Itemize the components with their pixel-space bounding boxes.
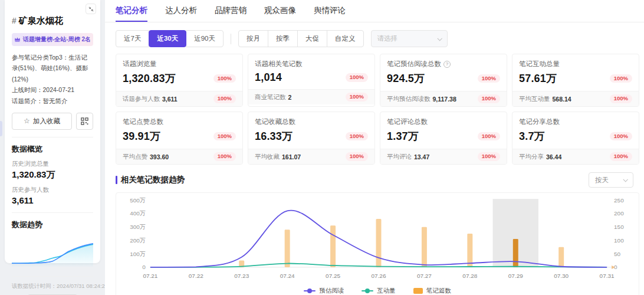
svg-text:07.23: 07.23 [234,273,249,279]
svg-text:500万: 500万 [130,197,146,204]
filter-select[interactable]: 请选择 [371,30,448,47]
period-promo-button[interactable]: 大促 [297,30,327,47]
trend-badge: 100% [346,93,368,101]
stat-card-value: 16.33万 [255,129,293,143]
crown-icon [14,37,21,42]
legend-label: 预估阅读 [319,287,344,295]
stat-card-value: 57.61万 [519,71,557,86]
trend-badge: 100% [610,94,632,103]
date-range-segment: 近7天近30天近90天 [116,30,224,47]
note-count-bar [513,239,518,267]
svg-text:07.29: 07.29 [508,273,523,279]
trend-chart[interactable]: 0100万200万300万400万500万05010015020025007.2… [119,195,636,284]
svg-text:100万: 100万 [130,251,146,257]
trend-chart-header: 相关笔记数据趋势 按天 [116,172,633,188]
stat-card-title: 话题相关笔记数 [255,60,303,68]
add-favorite-label: 加入收藏 [33,117,60,126]
stat-card: 笔记点赞总数39.91万100%平均点赞393.60100% [116,112,243,165]
filter-select-value: 请选择 [377,34,398,43]
overview-section-title: 数据概览 [12,144,93,155]
tab-note-analysis[interactable]: 笔记分析 [116,0,147,22]
divider [12,212,93,213]
star-icon: ☆ [24,117,30,125]
tab-brand-marketing[interactable]: 品牌营销 [215,0,247,22]
note-count-bar [558,247,564,267]
stat-card-title: 笔记评论总数 [387,117,428,126]
svg-text:07.30: 07.30 [554,273,569,279]
stat-card: 笔记互动总量57.61万100%平均互动量568.14100% [512,54,639,107]
legend-label: 笔记篇数 [426,287,451,295]
svg-text:07.24: 07.24 [280,273,295,279]
divider [12,137,93,137]
note-count-bar [467,234,472,267]
trend-badge: 100% [346,132,368,140]
trend-badge: 100% [478,152,500,160]
stat-sub-value: 3,611 [162,96,178,103]
svg-text:07.28: 07.28 [462,273,477,279]
period-quarter-button[interactable]: 按季 [268,30,298,47]
period-segment: 按月按季大促自定义 [238,30,364,47]
legend-note-count[interactable]: 笔记篇数 [413,287,451,295]
stat-sub-label: 平均互动量 [519,95,550,103]
topic-description: 话题简介：暂无简介 [12,96,93,106]
stat-card-value: 1,014 [255,71,282,84]
range-90d-button[interactable]: 近90天 [186,30,224,47]
tab-sentiment-comments[interactable]: 舆情评论 [314,0,346,22]
stat-card: 笔记分享总数3.7万100%平均分享36.44100% [512,112,639,165]
qr-code-button[interactable] [76,113,93,130]
stat-sub-value: 13.47 [414,153,429,160]
sparkline-chart [12,235,93,269]
trend-badge: 100% [213,74,236,83]
legend-label: 互动量 [377,287,396,295]
note-count-bar [422,227,427,267]
stat-card: 笔记收藏总数16.33万100%平均收藏161.07100% [248,112,375,165]
stat-sub-label: 平均点赞 [123,153,147,161]
bar-marker-icon [413,288,423,294]
svg-text:07.31: 07.31 [600,273,615,279]
trend-badge: 100% [213,94,236,103]
range-30d-button[interactable]: 近30天 [149,30,186,47]
tab-influencer-analysis[interactable]: 达人分析 [165,0,197,22]
svg-text:300万: 300万 [130,224,146,230]
trend-badge: 100% [346,152,368,160]
tab-audience-profile[interactable]: 观众画像 [264,0,296,22]
rank-badge[interactable]: 话题增量榜-全站-周榜 2名 [12,33,93,46]
legend-interactions[interactable]: 互动量 [362,287,396,295]
trend-badge: 100% [478,74,500,83]
add-favorite-button[interactable]: ☆ 加入收藏 [12,113,72,130]
stat-card-title: 笔记互动总量 [519,60,560,68]
topic-title: # 矿泉水烟花 [12,15,93,27]
line-marker-icon [362,290,373,291]
svg-text:200: 200 [614,210,624,217]
period-custom-button[interactable]: 自定义 [327,30,364,47]
svg-text:07.22: 07.22 [189,273,203,279]
stat-card-title: 笔记预估阅读总数 [387,60,441,68]
stat-card-value: 1,320.83万 [123,71,176,86]
trend-badge: 100% [610,132,632,140]
topic-launch-date: 上线时间：2024-07-21 [12,84,93,95]
line-marker-icon [304,290,316,291]
collapse-icon [88,6,94,12]
granularity-select[interactable]: 按天 [589,172,633,188]
stat-value: 1,320.83万 [12,169,93,181]
stat-card: 话题浏览量1,320.83万100%话题参与人数3,611100% [116,54,243,107]
granularity-value: 按天 [595,176,609,185]
qr-code-icon [81,117,88,125]
panel-handle[interactable] [0,121,2,136]
stat-sub-value: 161.07 [282,153,301,160]
period-month-button[interactable]: 按月 [238,30,268,47]
stat-sub-value: 568.14 [553,96,571,103]
info-icon[interactable]: ? [443,61,451,68]
chevron-down-icon [437,36,442,41]
legend-estimated-reads[interactable]: 预估阅读 [304,287,344,295]
svg-text:07.21: 07.21 [143,273,157,279]
trend-badge: 100% [213,132,236,140]
stat-sub-value: 9,117.38 [433,96,456,103]
stat-card-title: 笔记点赞总数 [123,117,163,126]
collapse-panel-button[interactable] [86,4,96,14]
stat-card-value: 924.5万 [387,71,425,86]
stat-card-title: 话题浏览量 [123,60,157,68]
range-7d-button[interactable]: 近7天 [116,30,149,47]
trend-section-title: 数据趋势 [12,219,93,230]
stat-sub-label: 平均收藏 [255,153,280,161]
